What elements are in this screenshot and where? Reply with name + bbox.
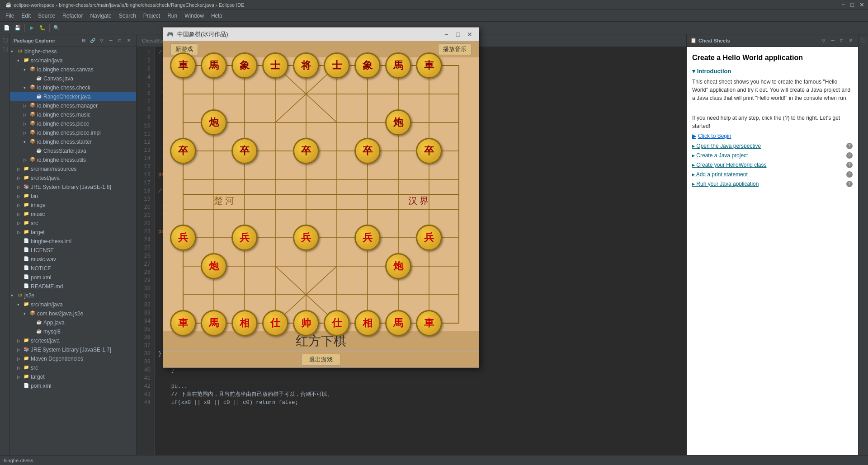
chess-board[interactable]: 楚 河 汉 界 車馬象士将士象馬車炮炮卒卒卒卒卒車馬相仕帅仕相馬車炮炮兵兵兵兵兵 — [179, 61, 463, 328]
help-icon[interactable]: ? — [846, 143, 853, 149]
tree-item[interactable]: ▷📁bin — [10, 192, 136, 201]
chess-piece-red[interactable]: 相 — [354, 310, 381, 336]
tree-item[interactable]: ▷📚JRE System Library [JavaSE-1.7] — [10, 345, 136, 354]
menu-source[interactable]: Source — [34, 12, 59, 20]
tree-item[interactable]: ▾🗂binghe-chess — [10, 47, 136, 56]
chess-piece-red[interactable]: 仕 — [262, 310, 288, 336]
chess-piece-black[interactable]: 卒 — [170, 138, 196, 164]
tree-item[interactable]: 📄music.wav — [10, 255, 136, 264]
chess-piece-black[interactable]: 炮 — [201, 109, 227, 136]
chess-piece-red[interactable]: 帅 — [293, 310, 319, 336]
chess-close-button[interactable]: ✕ — [464, 29, 475, 40]
cheat-step-item[interactable]: ▸ Create a Java project? — [692, 151, 853, 160]
chess-piece-red[interactable]: 炮 — [385, 253, 411, 279]
tree-item[interactable]: 📄pom.xml — [10, 273, 136, 282]
tree-item[interactable]: ▷📁src/test/java — [10, 336, 136, 345]
tree-item[interactable]: ▷📦io.binghe.chess.piece.impl — [10, 128, 136, 137]
chess-piece-black[interactable]: 馬 — [201, 52, 227, 79]
chess-piece-black[interactable]: 士 — [262, 52, 288, 79]
chess-minimize-button[interactable]: − — [441, 29, 452, 40]
tree-item[interactable]: ▷📁src/main/resources — [10, 164, 136, 174]
tree-item[interactable]: ▷📦io.binghe.chess.music — [10, 110, 136, 119]
menu-refactor[interactable]: Refactor — [59, 12, 86, 20]
tree-item[interactable]: ☕mysql8 — [10, 327, 136, 336]
tree-item[interactable]: ▾📦io.binghe.chess.starter — [10, 137, 136, 146]
tree-item[interactable]: ▷📦io.binghe.chess.utils — [10, 155, 136, 164]
cs-view-menu[interactable]: ▽ — [820, 37, 827, 44]
save-button[interactable]: 💾 — [13, 23, 23, 33]
tree-item[interactable]: ▷📁src — [10, 363, 136, 372]
menu-project[interactable]: Project — [140, 12, 164, 20]
left-icon-2[interactable]: ⬛ — [1, 45, 9, 53]
cs-minimize[interactable]: ─ — [829, 37, 836, 44]
menu-search[interactable]: Search — [115, 12, 140, 20]
collapse-all-button[interactable]: ⊟ — [80, 37, 87, 44]
right-icon-1[interactable]: ⬛ — [859, 36, 868, 44]
help-icon[interactable]: ? — [846, 152, 853, 159]
tree-item[interactable]: ☕Canvas.java — [10, 74, 136, 83]
cheat-step-item[interactable]: ▸ Create your HelloWorld class? — [692, 161, 853, 169]
tree-item[interactable]: ▷📁image — [10, 201, 136, 210]
tree-item[interactable]: ▷📦io.binghe.chess.piece — [10, 119, 136, 128]
tree-item[interactable]: ▷📚JRE System Library [JavaSE-1.8] — [10, 183, 136, 192]
tree-item[interactable]: ☕RangeChecker.java — [10, 92, 136, 101]
chess-piece-red[interactable]: 馬 — [385, 310, 411, 336]
menu-edit[interactable]: Edit — [18, 12, 34, 20]
new-button[interactable]: 📄 — [2, 23, 12, 33]
chess-maximize-button[interactable]: □ — [453, 29, 463, 40]
tree-item[interactable]: 📄NOTICE — [10, 264, 136, 273]
tree-item[interactable]: ▾🗂js2e — [10, 291, 136, 300]
chess-piece-black[interactable]: 象 — [231, 52, 258, 79]
tree-item[interactable]: ☕App.java — [10, 318, 136, 327]
minimize-panel-button[interactable]: ─ — [107, 37, 114, 44]
chess-piece-red[interactable]: 兵 — [354, 225, 381, 251]
tree-item[interactable]: 📄README.md — [10, 282, 136, 291]
menu-help[interactable]: Help — [208, 12, 226, 20]
view-menu-button[interactable]: ▽ — [98, 37, 105, 44]
chess-piece-red[interactable]: 仕 — [324, 310, 350, 336]
chess-piece-red[interactable]: 馬 — [201, 310, 227, 336]
tree-item[interactable]: ▷📁target — [10, 228, 136, 237]
tree-item[interactable]: ▾📦io.binghe.chess.check — [10, 83, 136, 92]
link-editor-button[interactable]: 🔗 — [89, 37, 96, 44]
tree-item[interactable]: ▷📁target — [10, 372, 136, 381]
tree-item[interactable]: ▾📁src/main/java — [10, 56, 136, 65]
chess-piece-black[interactable]: 卒 — [231, 138, 258, 164]
help-icon[interactable]: ? — [846, 171, 853, 178]
run-button[interactable]: ▶ — [27, 23, 37, 33]
tree-item[interactable]: 📄pom.xml — [10, 381, 136, 390]
chess-piece-black[interactable]: 卒 — [416, 138, 442, 164]
menu-run[interactable]: Run — [164, 12, 181, 20]
tree-item[interactable]: ▾📦com.how2java.js2e — [10, 309, 136, 318]
chess-piece-black[interactable]: 馬 — [385, 52, 411, 79]
tree-item[interactable]: ▷📦io.binghe.chess.manager — [10, 101, 136, 110]
tree-item[interactable]: 📄binghe-chess.iml — [10, 237, 136, 246]
chess-piece-red[interactable]: 兵 — [231, 225, 258, 251]
chess-piece-black[interactable]: 炮 — [385, 109, 411, 136]
tree-item[interactable]: ▷📁music — [10, 210, 136, 219]
left-icon-1[interactable]: ⬛ — [1, 36, 9, 44]
chess-piece-red[interactable]: 相 — [231, 310, 258, 336]
chess-piece-red[interactable]: 兵 — [170, 225, 196, 251]
tree-item[interactable]: 📄LICENSE — [10, 246, 136, 255]
chess-piece-red[interactable]: 炮 — [201, 253, 227, 279]
chess-piece-black[interactable]: 卒 — [293, 138, 319, 164]
chess-piece-red[interactable]: 車 — [416, 310, 442, 336]
menu-window[interactable]: Window — [181, 12, 208, 20]
tree-item[interactable]: ▾📦io.binghe.chess.canvas — [10, 65, 136, 74]
menu-navigate[interactable]: Navigate — [86, 12, 115, 20]
help-icon[interactable]: ? — [846, 181, 853, 187]
music-button[interactable]: 播放音乐 — [438, 43, 472, 55]
search-toolbar-button[interactable]: 🔍 — [52, 23, 61, 33]
minimize-button[interactable]: − — [842, 1, 845, 8]
chess-piece-black[interactable]: 士 — [324, 52, 350, 79]
close-panel-button[interactable]: ✕ — [125, 37, 132, 44]
maximize-button[interactable]: □ — [850, 1, 854, 8]
tree-item[interactable]: ▷📁src — [10, 219, 136, 228]
close-button[interactable]: ✕ — [859, 1, 864, 8]
tree-item[interactable]: ▷📁src/test/java — [10, 174, 136, 183]
cheat-step-item[interactable]: ▸ Add a print statement? — [692, 170, 853, 178]
exit-game-button[interactable]: 退出游戏 — [302, 354, 340, 366]
tree-item[interactable]: ▷📁Maven Dependencies — [10, 354, 136, 363]
chess-piece-black[interactable]: 車 — [416, 52, 442, 79]
